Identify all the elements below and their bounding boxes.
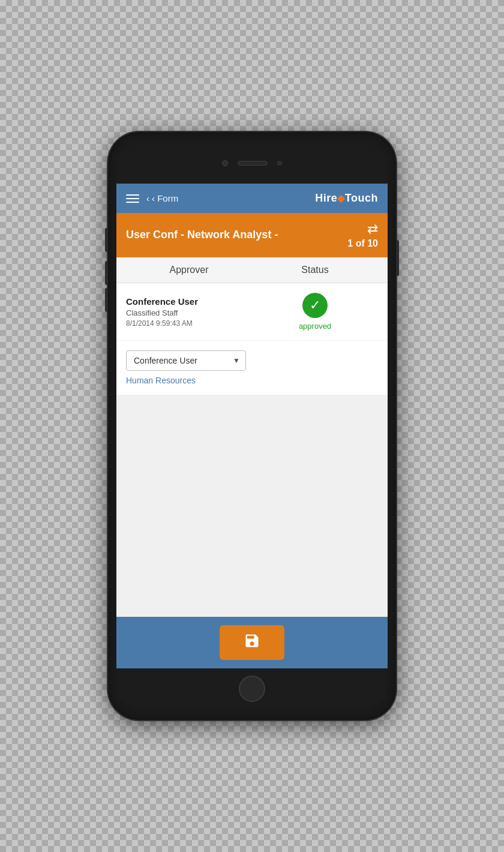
table-row: Conference User Classified Staff 8/1/201… [116, 283, 388, 341]
approver-role: Classified Staff [126, 308, 252, 317]
shuffle-icon[interactable]: ⇄ [367, 221, 378, 237]
logo-diamond-icon: ◆ [337, 193, 345, 203]
approver-name: Conference User [126, 296, 252, 307]
approver-info: Conference User Classified Staff 8/1/201… [126, 296, 252, 328]
speaker [238, 161, 268, 166]
status-badge: approved [299, 322, 331, 331]
page-title: User Conf - Network Analyst - [126, 228, 347, 242]
sensor [277, 161, 282, 166]
hamburger-icon[interactable] [126, 194, 139, 203]
status-col: ✓ approved [252, 293, 378, 331]
table-header: Approver Status [116, 257, 388, 283]
col-status-label: Status [252, 265, 378, 275]
logo-touch: Touch [345, 192, 378, 204]
home-button[interactable] [239, 676, 265, 702]
app-footer [116, 617, 388, 668]
screen: ‹ ‹ Form Hire◆Touch User Conf - Network … [116, 184, 388, 668]
title-bar: User Conf - Network Analyst - ⇄ 1 of 10 [116, 213, 388, 257]
save-icon [244, 632, 260, 653]
back-chevron-icon: ‹ [146, 193, 149, 203]
phone-frame: ‹ ‹ Form Hire◆Touch User Conf - Network … [108, 132, 396, 720]
col-approver-label: Approver [126, 265, 252, 275]
approver-date: 8/1/2014 9:59:43 AM [126, 319, 252, 328]
dropdown-section: Conference User Other User ▼ Human Resou… [116, 341, 388, 395]
logo-hire: Hire [315, 192, 337, 204]
title-right: ⇄ 1 of 10 [347, 221, 378, 249]
pagination: 1 of 10 [347, 238, 378, 249]
app-header: ‹ ‹ Form Hire◆Touch [116, 184, 388, 213]
header-left: ‹ ‹ Form [126, 193, 178, 203]
gray-area [116, 395, 388, 617]
approved-icon: ✓ [302, 293, 328, 318]
conference-user-select[interactable]: Conference User Other User [126, 350, 246, 371]
bottom-bezel [116, 668, 388, 709]
back-label: ‹ Form [152, 193, 178, 203]
camera [222, 160, 228, 166]
phone-inner: ‹ ‹ Form Hire◆Touch User Conf - Network … [116, 143, 388, 709]
dept-label: Human Resources [126, 376, 378, 385]
save-button[interactable] [220, 625, 284, 660]
back-nav[interactable]: ‹ ‹ Form [146, 193, 178, 203]
top-bezel [116, 143, 388, 184]
logo: Hire◆Touch [315, 192, 378, 205]
dropdown-wrapper[interactable]: Conference User Other User ▼ [126, 350, 246, 371]
